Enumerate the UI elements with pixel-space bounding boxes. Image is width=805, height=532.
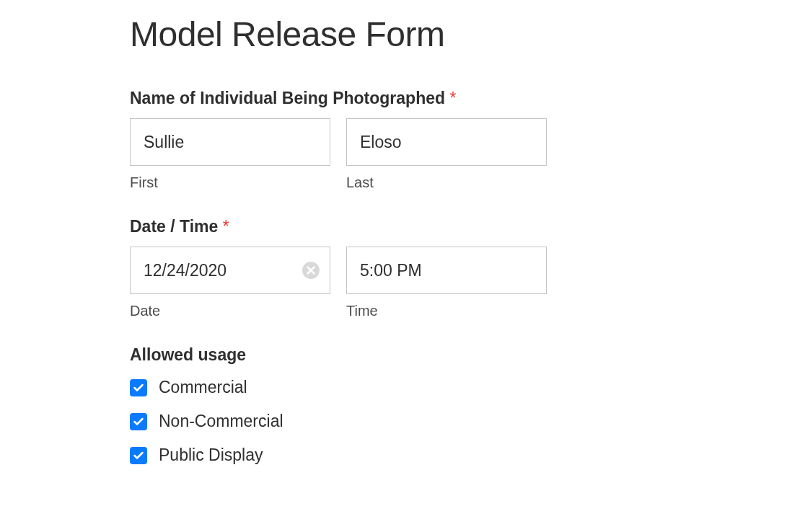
- name-label-text: Name of Individual Being Photographed: [130, 89, 445, 107]
- date-sublabel: Date: [130, 303, 330, 319]
- date-col: Date: [130, 247, 330, 319]
- checkbox-non-commercial[interactable]: Non-Commercial: [130, 412, 675, 431]
- usage-field-group: Allowed usage Commercial Non-Commercial: [130, 345, 675, 465]
- first-name-input[interactable]: [130, 118, 330, 166]
- form-title: Model Release Form: [130, 14, 675, 54]
- date-input[interactable]: [130, 247, 330, 294]
- form-container: Model Release Form Name of Individual Be…: [0, 0, 805, 505]
- usage-checkbox-list: Commercial Non-Commercial Public Display: [130, 378, 675, 465]
- required-indicator: *: [449, 89, 456, 107]
- datetime-field-group: Date / Time * Date Time: [130, 217, 675, 319]
- last-name-input[interactable]: [346, 118, 547, 166]
- last-name-sublabel: Last: [346, 174, 547, 191]
- first-name-sublabel: First: [130, 174, 330, 191]
- datetime-label: Date / Time *: [130, 217, 675, 236]
- checkbox-box[interactable]: [130, 413, 147, 430]
- datetime-label-text: Date / Time: [130, 217, 218, 236]
- name-field-group: Name of Individual Being Photographed * …: [130, 89, 675, 191]
- checkbox-label: Public Display: [159, 445, 263, 465]
- checkbox-box[interactable]: [130, 379, 147, 396]
- checkbox-label: Commercial: [159, 378, 247, 397]
- time-col: Time: [346, 247, 547, 319]
- required-indicator: *: [223, 217, 229, 236]
- clear-date-icon[interactable]: [302, 261, 320, 280]
- datetime-row: Date Time: [130, 247, 675, 319]
- checkbox-public-display[interactable]: Public Display: [130, 445, 675, 465]
- last-name-col: Last: [346, 118, 547, 191]
- name-row: First Last: [130, 118, 675, 191]
- checkbox-box[interactable]: [130, 447, 147, 464]
- date-input-wrapper: [130, 247, 330, 294]
- checkbox-commercial[interactable]: Commercial: [130, 378, 675, 397]
- time-input[interactable]: [346, 247, 547, 294]
- time-sublabel: Time: [346, 303, 547, 319]
- usage-label: Allowed usage: [130, 345, 675, 365]
- checkbox-label: Non-Commercial: [159, 412, 283, 431]
- first-name-col: First: [130, 118, 330, 191]
- name-label: Name of Individual Being Photographed *: [130, 89, 675, 108]
